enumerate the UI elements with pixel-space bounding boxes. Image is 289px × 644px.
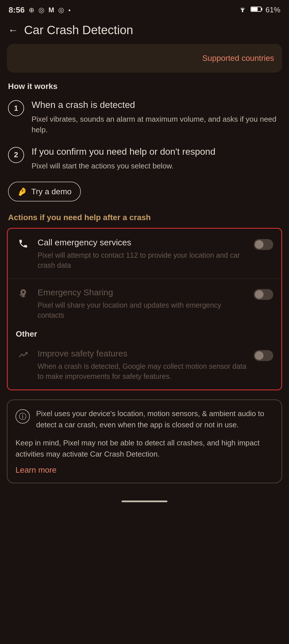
- location-share-icon: [16, 287, 31, 300]
- step-2-number: 2: [8, 147, 24, 163]
- maps-icon: M: [48, 6, 54, 14]
- step-2-content: If you confirm you need help or don't re…: [32, 146, 281, 171]
- actions-box: Call emergency services Pixel will attem…: [7, 228, 282, 390]
- home-indicator: [0, 495, 289, 507]
- call-emergency-toggle[interactable]: [254, 239, 273, 250]
- step-1-desc: Pixel vibrates, sounds an alarm at maxim…: [32, 114, 281, 135]
- improve-safety-title: Improve safety features: [38, 348, 247, 359]
- info-icon: ⓘ: [15, 409, 30, 424]
- bluetooth-icon: ⊕: [29, 6, 34, 14]
- supported-countries-card: Supported countries: [7, 44, 282, 73]
- camera-icon: ◎: [58, 6, 64, 14]
- svg-point-0: [242, 11, 243, 12]
- trending-icon: [16, 348, 31, 360]
- instagram-icon: ◎: [38, 6, 44, 14]
- page-title: Car Crash Detection: [24, 23, 133, 37]
- battery-icon: [251, 5, 263, 14]
- step-1-number: 1: [8, 100, 24, 116]
- emergency-sharing-content: Emergency Sharing Pixel will share your …: [38, 287, 247, 320]
- info-card: ⓘ Pixel uses your device's location, mot…: [7, 399, 282, 483]
- step-2: 2 If you confirm you need help or don't …: [0, 146, 289, 182]
- page-header: ← Car Crash Detection: [0, 18, 289, 44]
- step-2-desc: Pixel will start the actions you select …: [32, 161, 281, 172]
- status-left: 8:56 ⊕ ◎ M ◎ ●: [9, 5, 71, 15]
- improve-safety-toggle[interactable]: [254, 350, 273, 361]
- status-right: 61%: [237, 5, 280, 15]
- improve-safety-desc: When a crash is detected, Google may col…: [38, 361, 247, 381]
- svg-rect-2: [261, 8, 262, 10]
- emergency-sharing-row: Emergency Sharing Pixel will share your …: [8, 278, 281, 328]
- info-card-inner: ⓘ Pixel uses your device's location, mot…: [15, 408, 274, 430]
- emergency-sharing-toggle[interactable]: [254, 289, 273, 300]
- learn-more-link[interactable]: Learn more: [15, 465, 56, 474]
- step-1: 1 When a crash is detected Pixel vibrate…: [0, 99, 289, 146]
- improve-safety-content: Improve safety features When a crash is …: [38, 348, 247, 381]
- demo-button[interactable]: 🤌 Try a demo: [8, 182, 81, 201]
- demo-button-label: Try a demo: [31, 187, 72, 196]
- call-emergency-content: Call emergency services Pixel will attem…: [38, 237, 247, 270]
- emergency-sharing-desc: Pixel will share your location and updat…: [38, 300, 247, 320]
- call-emergency-desc: Pixel will attempt to contact 112 to pro…: [38, 250, 247, 270]
- status-time: 8:56: [9, 5, 25, 15]
- call-emergency-row: Call emergency services Pixel will attem…: [8, 229, 281, 278]
- hand-icon: 🤌: [17, 187, 27, 196]
- info-text-2: Keep in mind, Pixel may not be able to d…: [15, 437, 274, 460]
- wifi-icon: [237, 5, 248, 15]
- home-bar: [122, 501, 167, 502]
- how-it-works-label: How it works: [0, 82, 289, 99]
- back-button[interactable]: ←: [8, 24, 18, 36]
- actions-section-label: Actions if you need help after a crash: [0, 213, 289, 228]
- status-bar: 8:56 ⊕ ◎ M ◎ ● 61%: [0, 0, 289, 18]
- improve-safety-row: Improve safety features When a crash is …: [8, 340, 281, 389]
- phone-icon: [16, 237, 31, 249]
- step-1-title: When a crash is detected: [32, 99, 281, 111]
- emergency-sharing-title: Emergency Sharing: [38, 287, 247, 298]
- step-1-content: When a crash is detected Pixel vibrates,…: [32, 99, 281, 135]
- demo-button-wrapper: 🤌 Try a demo: [0, 182, 289, 213]
- dot-icon: ●: [68, 8, 71, 12]
- info-text-1: Pixel uses your device's location, motio…: [36, 408, 274, 430]
- other-section-label: Other: [8, 328, 281, 340]
- battery-percent: 61%: [265, 5, 280, 14]
- step-2-title: If you confirm you need help or don't re…: [32, 146, 281, 158]
- supported-countries-link[interactable]: Supported countries: [202, 54, 274, 63]
- svg-rect-3: [251, 7, 257, 11]
- call-emergency-title: Call emergency services: [38, 237, 247, 248]
